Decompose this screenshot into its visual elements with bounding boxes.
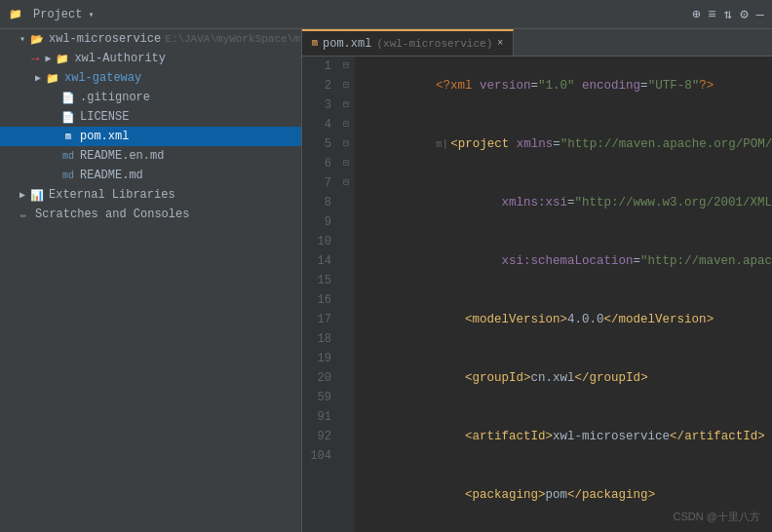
- license-label: LICENSE: [80, 110, 129, 124]
- code-line-7: <artifactId>xwl-microservice</artifactId…: [363, 407, 772, 466]
- readme-label: README.md: [80, 169, 143, 182]
- pom-icon: m: [60, 129, 76, 144]
- scratches-icon: ✏️: [16, 207, 31, 222]
- libraries-icon: 📊: [29, 187, 45, 203]
- readme-en-icon: md: [60, 148, 76, 164]
- sidebar-item-license[interactable]: 📄 LICENSE: [0, 107, 301, 127]
- code-line-4: xsi:schemaLocation="http://maven.apache.…: [363, 232, 772, 290]
- pom-tab[interactable]: m pom.xml (xwl-microservice) ×: [302, 29, 514, 56]
- sidebar-item-xwl-authority[interactable]: → ▶ 📁 xwl-Authority: [0, 49, 301, 68]
- settings-icon[interactable]: ⚙: [740, 6, 748, 22]
- sidebar-item-external-libraries[interactable]: ▶ 📊 External Libraries: [0, 185, 301, 205]
- libraries-label: External Libraries: [49, 188, 175, 202]
- readme-en-label: README.en.md: [80, 149, 164, 163]
- sidebar-item-gitignore[interactable]: 📄 .gitignore: [0, 88, 301, 107]
- project-path: E:\JAVA\myWorkSpace\my: [165, 33, 302, 45]
- code-line-6: <groupId>cn.xwl</groupId>: [363, 349, 772, 407]
- readme-icon: md: [60, 168, 76, 183]
- main-area: ▾ 📂 xwl-microservice E:\JAVA\myWorkSpace…: [0, 29, 772, 532]
- code-line-2: m|<project xmlns="http://maven.apache.or…: [363, 115, 772, 173]
- editor-area: m pom.xml (xwl-microservice) × 1 2 3 4 5…: [302, 29, 772, 532]
- top-bar: 📁 Project ▾ ⊕ ≡ ⇅ ⚙ —: [0, 0, 772, 29]
- sidebar-item-pom-xml[interactable]: m pom.xml: [0, 127, 301, 146]
- sidebar-item-xwl-gateway[interactable]: ▶ 📁 xwl-gateway: [0, 68, 301, 88]
- project-dropdown-arrow[interactable]: ▾: [88, 9, 94, 20]
- list-icon[interactable]: ≡: [708, 7, 715, 22]
- tab-pom-context: (xwl-microservice): [376, 38, 492, 50]
- tab-pom-icon: m: [312, 38, 318, 49]
- authority-folder-icon: 📁: [55, 51, 70, 66]
- project-folder-icon: 📁: [8, 7, 23, 22]
- code-line-3: xmlns:xsi="http://www.w3.org/2001/XMLSch…: [363, 173, 772, 232]
- sidebar-item-readme[interactable]: md README.md: [0, 166, 301, 185]
- gitignore-icon: 📄: [60, 90, 76, 105]
- sidebar: ▾ 📂 xwl-microservice E:\JAVA\myWorkSpace…: [0, 29, 302, 532]
- minimize-icon[interactable]: —: [756, 7, 764, 22]
- toolbar-actions: ⊕ ≡ ⇅ ⚙ —: [692, 6, 764, 22]
- license-icon: 📄: [60, 109, 76, 125]
- project-title: Project: [33, 8, 82, 21]
- sidebar-item-project-root[interactable]: ▾ 📂 xwl-microservice E:\JAVA\myWorkSpace…: [0, 29, 301, 49]
- code-line-9: <version>1.0-SNAPSHOT</version>: [363, 524, 772, 532]
- code-line-1: <?xml version="1.0" encoding="UTF-8"?>: [363, 57, 772, 115]
- tab-bar: m pom.xml (xwl-microservice) ×: [302, 29, 772, 57]
- red-arrow-icon: →: [31, 51, 39, 66]
- pom-label: pom.xml: [80, 130, 129, 143]
- code-line-5: <modelVersion>4.0.0</modelVersion>: [363, 290, 772, 349]
- scratches-label: Scratches and Consoles: [35, 208, 189, 221]
- gateway-folder-icon: 📁: [45, 70, 60, 86]
- code-editor[interactable]: 1 2 3 4 5 6 7 8 9 10 14 15 16 17 18 19 2…: [302, 57, 772, 532]
- add-icon[interactable]: ⊕: [692, 6, 700, 22]
- authority-label: xwl-Authority: [74, 52, 166, 65]
- sidebar-item-scratches[interactable]: ✏️ Scratches and Consoles: [0, 205, 301, 224]
- line-numbers: 1 2 3 4 5 6 7 8 9 10 14 15 16 17 18 19 2…: [302, 57, 337, 532]
- gitignore-label: .gitignore: [80, 91, 150, 104]
- code-gutter: ⊟ ⊟ ⊟ ⊟ ⊟ ⊟ ⊟: [337, 57, 355, 532]
- sort-icon[interactable]: ⇅: [724, 6, 732, 22]
- folder-open-icon: 📂: [29, 31, 45, 47]
- watermark: CSDN @十里八方: [674, 510, 760, 524]
- tab-pom-name: pom.xml: [323, 37, 371, 51]
- gateway-label: xwl-gateway: [64, 71, 141, 85]
- tab-close-button[interactable]: ×: [497, 38, 503, 49]
- project-root-label: xwl-microservice: [49, 32, 161, 46]
- sidebar-item-readme-en[interactable]: md README.en.md: [0, 146, 301, 166]
- code-lines[interactable]: <?xml version="1.0" encoding="UTF-8"?> m…: [355, 57, 772, 532]
